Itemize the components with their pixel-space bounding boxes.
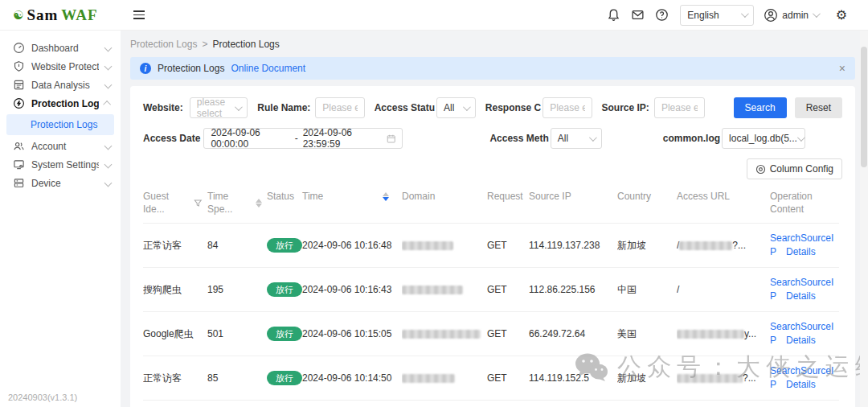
request-cell: GET [487, 401, 529, 407]
language-value: English [687, 10, 719, 21]
sidebar: Dashboard Website Protection Data Analys… [0, 31, 121, 407]
sort-icon-active[interactable] [383, 192, 389, 201]
details-link[interactable]: Details [786, 290, 816, 302]
brand-name-waf: WAF [61, 6, 97, 24]
access-status-select[interactable]: All [436, 97, 476, 118]
settings-gear-icon[interactable]: ⚙ [829, 3, 854, 27]
main-content: Protection Logs > Protection Logs i Prot… [121, 31, 868, 407]
mail-icon[interactable] [625, 3, 649, 27]
sidebar-subitem-label: Protection Logs [31, 119, 97, 130]
sidebar-item-label: Data Analysis [31, 80, 99, 91]
filter-row-2: Access Date 2024-09-06 00:00:00 - 2024-0… [143, 128, 842, 149]
sidebar-item-protection-logs[interactable]: Protection Logs [0, 94, 121, 113]
column-config-gear-icon [755, 164, 766, 175]
time-cell: 2024-09-06 10:12:55 [302, 401, 402, 407]
table-header-row: Guest Ide... Time Spe... Status Time D [143, 183, 839, 224]
source-ip-input[interactable] [661, 102, 698, 113]
guest-cell: 正常访客 [143, 224, 207, 268]
country-cell: 美国 [617, 312, 677, 356]
language-select[interactable]: English [680, 5, 754, 26]
country-cell: 新加坡 [617, 401, 677, 407]
access-url-cell: /?... [677, 224, 770, 268]
status-cell: 放行 [267, 268, 302, 312]
status-cell: 放行 [267, 312, 302, 356]
search-button[interactable]: Search [734, 97, 787, 118]
country-cell: 新加坡 [617, 356, 677, 401]
sidebar-item-label: System Settings [31, 159, 99, 171]
access-date-range[interactable]: 2024-09-06 00:00:00 - 2024-09-06 23:59:5… [203, 128, 403, 149]
help-icon[interactable] [649, 3, 674, 27]
sidebar-item-label: Protection Logs [31, 98, 99, 109]
user-menu[interactable]: admin [764, 8, 818, 23]
redacted-domain [402, 241, 453, 250]
request-cell: GET [487, 356, 529, 401]
response-code-input-wrap [542, 97, 592, 118]
access-url-cell: ?... [677, 356, 770, 401]
chevron-down-icon [235, 103, 243, 111]
sidebar-item-device[interactable]: Device [0, 174, 121, 192]
details-link[interactable]: Details [786, 335, 816, 346]
response-code-input[interactable] [550, 102, 584, 113]
username: admin [782, 10, 809, 21]
rule-name-input[interactable] [322, 102, 357, 113]
online-document-link[interactable]: Online Document [231, 63, 305, 74]
chevron-down-icon [741, 10, 749, 18]
status-badge: 放行 [267, 282, 302, 297]
source-ip-cell: 114.119.152.5 [529, 356, 617, 401]
chevron-down-icon [797, 134, 805, 142]
col-time: Time [302, 183, 402, 224]
col-country: Country [617, 183, 677, 224]
dashboard-icon [13, 42, 25, 54]
filter-row-1: Website: please select Rule Name: Access… [143, 97, 842, 118]
access-method-select[interactable]: All [551, 128, 602, 149]
col-access-url: Access URL [677, 183, 770, 224]
domain-cell [402, 356, 487, 401]
scrollbar-thumb[interactable] [861, 47, 867, 167]
bell-icon[interactable] [601, 3, 625, 27]
request-cell: GET [487, 268, 529, 312]
access-method-value: All [558, 133, 568, 144]
log-db-select[interactable]: local_log.db(5... [722, 128, 805, 149]
protection-logs-icon [13, 97, 25, 109]
guest-cell: 搜狗爬虫 [143, 268, 207, 312]
table-row: 正常访客 85 放行 2024-09-06 10:14:50 GET 114.1… [143, 356, 839, 401]
sidebar-item-account[interactable]: Account [0, 137, 121, 155]
sidebar-subitem-protection-logs[interactable]: Protection Logs [6, 114, 114, 135]
access-url-cell: y... [677, 312, 770, 356]
scrollbar-track[interactable] [860, 31, 868, 407]
sidebar-item-dashboard[interactable]: Dashboard [0, 39, 121, 57]
menu-collapse-icon[interactable] [130, 7, 148, 23]
info-icon: i [140, 63, 151, 74]
status-badge: 放行 [267, 238, 302, 253]
column-config-button[interactable]: Column Config [747, 158, 842, 179]
log-db-value: local_log.db(5... [729, 133, 797, 144]
details-link[interactable]: Details [786, 246, 816, 257]
redacted-domain [402, 374, 455, 383]
table-row: 正常访客 84 放行 2024-09-06 10:12:55 GET 114.1… [143, 401, 839, 407]
access-status-value: All [444, 102, 454, 113]
access-url-cell: s?... [677, 401, 770, 407]
filter-funnel-icon[interactable] [194, 199, 203, 208]
chevron-down-icon [104, 44, 113, 52]
sidebar-item-label: Device [31, 178, 99, 189]
logs-table: Guest Ide... Time Spe... Status Time D [143, 183, 839, 407]
sort-icon[interactable] [256, 199, 262, 208]
chevron-down-icon [104, 81, 113, 89]
reset-button[interactable]: Reset [795, 97, 842, 118]
banner-close-icon[interactable]: × [839, 63, 845, 74]
domain-cell [402, 312, 487, 356]
website-select[interactable]: please select [190, 97, 248, 118]
sidebar-item-system-settings[interactable]: System Settings [0, 155, 121, 174]
col-request: Request [487, 183, 529, 224]
col-guest-identity: Guest Ide... [143, 183, 207, 224]
breadcrumb-separator: > [202, 39, 207, 50]
sidebar-item-label: Dashboard [31, 43, 99, 54]
sidebar-item-data-analysis[interactable]: Data Analysis [0, 76, 121, 94]
breadcrumb-parent[interactable]: Protection Logs [130, 39, 197, 50]
info-banner: i Protection Logs Online Document × [130, 57, 855, 80]
sidebar-item-website-protection[interactable]: Website Protection [0, 57, 121, 76]
source-ip-input-wrap [654, 97, 705, 118]
time-spent-cell: 84 [207, 401, 267, 407]
status-badge: 放行 [267, 371, 302, 385]
details-link[interactable]: Details [786, 379, 816, 390]
